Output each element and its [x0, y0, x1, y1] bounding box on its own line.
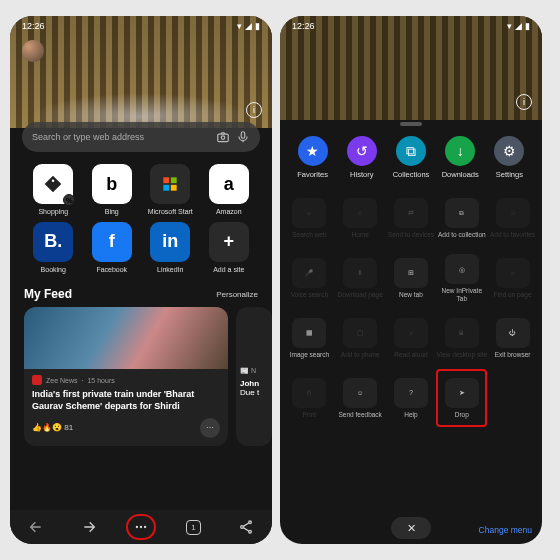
battery-icon: ▮ — [255, 21, 260, 31]
avatar[interactable] — [22, 40, 44, 62]
menu-search-web[interactable]: ⌕Search web — [284, 189, 335, 247]
status-bar: 12:26 ▾ ◢ ▮ — [10, 16, 272, 32]
card-more-button[interactable]: ⋯ — [200, 418, 220, 438]
signal-icon: ◢ — [515, 21, 522, 31]
tabs-button[interactable]: 1 — [178, 514, 208, 540]
screenshot-left: 12:26 ▾ ◢ ▮ i Search or type web address… — [10, 16, 272, 544]
menu-add-to-phone[interactable]: ▢Add to phone — [335, 309, 386, 367]
menu-new-tab[interactable]: ⊞New tab — [386, 249, 437, 307]
quick-downloads[interactable]: ↓Downloads — [436, 136, 485, 179]
menu-new-inprivate-tab[interactable]: ◎New InPrivate Tab — [436, 249, 487, 307]
svg-rect-0 — [218, 134, 229, 142]
exit-icon: ⏻ — [496, 318, 530, 348]
tile-bing[interactable]: bBing — [83, 164, 142, 216]
menu-image-search[interactable]: ▦Image search — [284, 309, 335, 367]
quick-settings[interactable]: ⚙Settings — [485, 136, 534, 179]
status-icons: ▾ ◢ ▮ — [237, 21, 260, 31]
source-name: Zee News — [46, 377, 78, 384]
tile-amazon[interactable]: aAmazon — [200, 164, 259, 216]
history-icon: ↺ — [347, 136, 377, 166]
svg-point-8 — [136, 526, 138, 528]
menu-find-on-page[interactable]: ⌕Find on page — [487, 249, 538, 307]
tile-linkedin[interactable]: inLinkedIn — [141, 222, 200, 274]
battery-icon: ▮ — [525, 21, 530, 31]
menu-print[interactable]: ⎙Print — [284, 369, 335, 427]
home-icon: ⌂ — [343, 198, 377, 228]
tile-facebook[interactable]: fFacebook — [83, 222, 142, 274]
quick-collections[interactable]: ⧉Collections — [386, 136, 435, 179]
menu-send-to-devices[interactable]: ⇄Send to devices — [386, 189, 437, 247]
menu-exit-browser[interactable]: ⏻Exit browser — [487, 309, 538, 367]
menu-add-to-collection[interactable]: ⧉Add to collection — [436, 189, 487, 247]
quick-actions-row: ★Favorites↺History⧉Collections↓Downloads… — [280, 132, 542, 187]
collections-add-icon: ⧉ — [445, 198, 479, 228]
news-card[interactable]: Zee News · 15 hours India's first privat… — [24, 307, 228, 446]
download-icon: ⬇ — [343, 258, 377, 288]
menu-read-aloud[interactable]: ♪Read aloud — [386, 309, 437, 367]
svg-point-9 — [140, 526, 142, 528]
mic-icon[interactable] — [236, 130, 250, 144]
devices-icon: ⇄ — [394, 198, 428, 228]
search-bar[interactable]: Search or type web address — [22, 122, 260, 152]
feed-title: My Feed — [24, 287, 72, 301]
svg-point-3 — [52, 179, 55, 182]
help-icon: ? — [394, 378, 428, 408]
tile-booking[interactable]: B.Booking — [24, 222, 83, 274]
wifi-icon: ▾ — [237, 21, 242, 31]
svg-point-1 — [221, 136, 225, 140]
forward-button[interactable] — [74, 514, 104, 540]
menu-home[interactable]: ⌂Home — [335, 189, 386, 247]
info-icon[interactable]: i — [516, 94, 532, 110]
camera-icon[interactable] — [216, 130, 230, 144]
wifi-icon: ▾ — [507, 21, 512, 31]
menu-drop[interactable]: ➤Drop — [436, 369, 487, 427]
tile-microsoft-start[interactable]: Microsoft Start — [141, 164, 200, 216]
tile-add-a-site[interactable]: +Add a site — [200, 222, 259, 274]
svg-point-10 — [144, 526, 146, 528]
menu-help[interactable]: ?Help — [386, 369, 437, 427]
clock: 12:26 — [292, 21, 315, 31]
readaloud-icon: ♪ — [394, 318, 428, 348]
drop-icon: ➤ — [445, 378, 479, 408]
svg-rect-4 — [164, 177, 170, 183]
svg-rect-6 — [164, 185, 170, 191]
mic-icon: 🎤 — [292, 258, 326, 288]
gear-icon: ⚙ — [494, 136, 524, 166]
quick-favorites[interactable]: ★Favorites — [288, 136, 337, 179]
print-icon: ⎙ — [292, 378, 326, 408]
info-icon[interactable]: i — [246, 102, 262, 118]
reactions[interactable]: 👍🔥😮 81 — [32, 423, 73, 432]
image-icon: ▦ — [292, 318, 326, 348]
card-image — [24, 307, 228, 369]
svg-rect-7 — [171, 185, 177, 191]
clock: 12:26 — [22, 21, 45, 31]
menu-download-page[interactable]: ⬇Download page — [335, 249, 386, 307]
svg-rect-5 — [171, 177, 177, 183]
collections-icon: ⧉ — [396, 136, 426, 166]
change-menu-link[interactable]: Change menu — [479, 525, 532, 535]
feedback-icon: ☺ — [343, 378, 377, 408]
menu-send-feedback[interactable]: ☺Send feedback — [335, 369, 386, 427]
feed-row: Zee News · 15 hours India's first privat… — [10, 307, 272, 446]
overflow-menu-button[interactable] — [126, 514, 156, 540]
quick-history[interactable]: ↺History — [337, 136, 386, 179]
sheet-handle[interactable] — [280, 120, 542, 132]
newtab-icon: ⊞ — [394, 258, 428, 288]
status-icons: ▾ ◢ ▮ — [507, 21, 530, 31]
menu-voice-search[interactable]: 🎤Voice search — [284, 249, 335, 307]
status-bar: 12:26 ▾ ◢ ▮ — [280, 16, 542, 32]
star-icon: ★ — [298, 136, 328, 166]
menu-add-to-favorites[interactable]: ☆Add to favorites — [487, 189, 538, 247]
svg-point-13 — [248, 530, 251, 533]
menu-view-desktop-site[interactable]: 🖥View desktop site — [436, 309, 487, 367]
close-button[interactable]: ✕ — [391, 517, 431, 539]
personalize-link[interactable]: Personalize — [216, 290, 258, 299]
share-button[interactable] — [231, 514, 261, 540]
back-button[interactable] — [21, 514, 51, 540]
star-add-icon: ☆ — [496, 198, 530, 228]
svg-point-12 — [240, 526, 243, 529]
tile-shopping[interactable]: %Shopping — [24, 164, 83, 216]
news-card-peek[interactable]: 📰 N John Due t — [236, 307, 272, 446]
search-icon: ⌕ — [292, 198, 326, 228]
menu-grid: ⌕Search web⌂Home⇄Send to devices⧉Add to … — [280, 187, 542, 429]
